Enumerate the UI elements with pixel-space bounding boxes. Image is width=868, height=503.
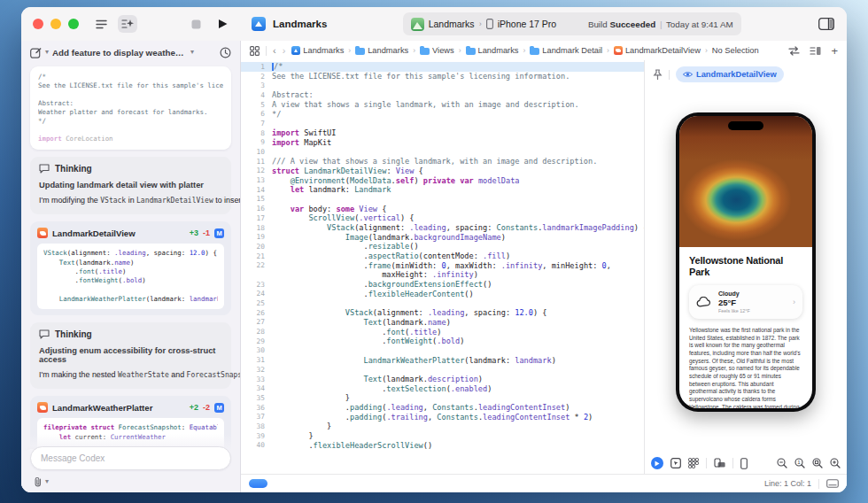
scheme-selector[interactable]: Landmarks › iPhone 17 Pro Build Succeede… [403, 12, 741, 35]
selectable-preview-icon[interactable] [670, 458, 681, 468]
code-line[interactable]: 26 VStack(alignment: .leading, spacing: … [241, 308, 644, 318]
code-line[interactable]: 39 } [241, 431, 644, 441]
minimize-window-button[interactable] [50, 19, 61, 29]
code-line[interactable]: 19 Image(landmark.backgroundImageName) [241, 232, 644, 242]
code-line[interactable]: 3 [241, 81, 644, 90]
pin-icon[interactable] [653, 69, 663, 81]
back-button[interactable]: ‹ [273, 45, 276, 56]
code-line[interactable]: 13 @Environment(ModelData.self) private … [241, 175, 644, 185]
breadcrumb-item[interactable]: Landmark Detail [530, 46, 602, 55]
code-line[interactable]: 32 [241, 365, 644, 375]
code-line[interactable]: 4Abstract: [241, 90, 644, 100]
code-line[interactable]: 38 } [241, 422, 644, 431]
source-editor[interactable]: 1/*2See the LICENSE.txt file for this sa… [241, 60, 644, 474]
stop-button[interactable] [186, 15, 205, 33]
zoom-window-button[interactable] [68, 19, 79, 29]
editor-panel-toggle-icon[interactable] [817, 15, 836, 33]
chevron-down-icon[interactable]: ▾ [45, 478, 49, 485]
code-line[interactable]: 22 .frame(minWidth: 0, maxWidth: .infini… [241, 260, 644, 270]
text-token: : [386, 166, 395, 175]
code-line[interactable]: 17 ScrollView(.vertical) { [241, 213, 644, 223]
code-line[interactable]: 37 .padding(.trailing, Constants.leading… [241, 412, 644, 422]
iphone-preview[interactable]: Yellowstone National Park Cloudy 25°F Fe… [676, 112, 816, 412]
code-line[interactable]: 35 } [241, 393, 644, 403]
code-line[interactable]: 1/* [241, 62, 644, 72]
breadcrumb-item[interactable]: LandmarkDetailView [614, 46, 701, 55]
breadcrumb-item[interactable]: No Selection [712, 46, 759, 55]
zoom-in-icon[interactable] [830, 458, 841, 468]
code-line[interactable]: 8import SwiftUI [241, 128, 644, 138]
code-line[interactable]: 28 .font(.title) [241, 327, 644, 337]
code-line[interactable]: 30 [241, 346, 644, 356]
code-line[interactable]: 16 var body: some View { [241, 204, 644, 213]
text-token: padding [350, 413, 382, 422]
scheme-app-label[interactable]: Landmarks [429, 19, 475, 29]
code-line[interactable]: 34 .textSelection(.enabled) [241, 383, 644, 393]
code-line[interactable]: 36 .padding(.leading, Constants.leadingC… [241, 403, 644, 413]
chevron-down-icon[interactable]: ▾ [45, 49, 49, 56]
text-token: ModelData [350, 176, 391, 185]
code-line[interactable]: 33 Text(landmark.description) [241, 375, 644, 384]
code-line[interactable]: 31 LandmarkWeatherPlatter(landmark: land… [241, 355, 644, 365]
code-line[interactable]: 14 let landmark: Landmark [241, 185, 644, 195]
breadcrumb-item[interactable]: Landmarks [466, 46, 519, 55]
file-change-card[interactable]: LandmarkDetailView +3 -1 M VStack(alignm… [30, 221, 231, 315]
new-conversation-icon[interactable] [30, 47, 42, 58]
code-line[interactable]: 15 [241, 195, 644, 205]
breadcrumb-item[interactable]: Landmarks [355, 46, 408, 55]
device-selector-icon[interactable] [740, 458, 748, 469]
text-token: Landmark [354, 185, 391, 194]
thinking-header: Thinking [39, 329, 222, 339]
keyboard-display-icon[interactable] [826, 479, 839, 488]
code-line[interactable]: 23 .backgroundExtensionEffect() [241, 280, 644, 290]
add-editor-button[interactable]: + [831, 44, 838, 58]
run-button[interactable] [213, 15, 232, 33]
code-line[interactable]: 27 Text(landmark.name) [241, 318, 644, 328]
close-window-button[interactable] [33, 19, 43, 29]
message-input[interactable] [30, 446, 231, 470]
code-line[interactable]: 12struct LandmarkDetailView: View { [241, 166, 644, 176]
code-line[interactable]: 20 .resizable() [241, 242, 644, 252]
paperclip-icon[interactable] [34, 476, 43, 487]
zoom-out-icon[interactable] [777, 458, 787, 468]
code-line[interactable]: 2See the LICENSE.txt file for this sampl… [241, 72, 644, 81]
assistant-compose-icon[interactable] [118, 15, 137, 33]
code-line[interactable]: 40 .flexibleHeaderScrollView() [241, 441, 644, 451]
code-line[interactable]: 10 [241, 147, 644, 157]
history-clock-icon[interactable] [220, 47, 231, 58]
zoom-fit-icon[interactable] [812, 458, 823, 468]
code-line[interactable]: 24 .flexibleHeaderContent() [241, 290, 644, 299]
code-line[interactable]: 21 .aspectRatio(contentMode: .fill) [241, 252, 644, 261]
weather-platter[interactable]: Cloudy 25°F Feels like 12°F › [689, 285, 802, 319]
code-line[interactable]: 25 [241, 298, 644, 308]
code-line[interactable]: 29 .fontWeight(.bold) [241, 337, 644, 346]
line-column-indicator[interactable]: Line: 1 Col: 1 [764, 479, 811, 488]
chevron-down-icon[interactable]: ▾ [190, 49, 194, 56]
code-line[interactable]: 11/// A view that shows a single landmar… [241, 157, 644, 166]
code-line[interactable]: 18 VStack(alignment: .leading, spacing: … [241, 223, 644, 233]
session-title[interactable]: Add feature to display weather at landma… [52, 48, 187, 58]
thinking-card[interactable]: Thinking Updating landmark detail view w… [30, 157, 231, 214]
preview-target-pill[interactable]: LandmarkDetailView [676, 66, 784, 82]
code-line[interactable]: maxHeight: .infinity) [241, 270, 644, 280]
scheme-device-label[interactable]: iPhone 17 Pro [498, 19, 557, 29]
forward-button[interactable]: › [283, 45, 286, 56]
code-line[interactable]: 6*/ [241, 109, 644, 119]
live-preview-play-button[interactable] [651, 457, 663, 469]
orientation-icon[interactable] [714, 458, 725, 468]
code-line[interactable]: 7 [241, 119, 644, 128]
code-line[interactable]: 5A view that shows a single landmark, wi… [241, 100, 644, 110]
breadcrumb-item[interactable]: Views [420, 46, 454, 55]
breadcrumb-item[interactable]: Landmarks [291, 46, 344, 55]
editor-swap-icon[interactable] [788, 46, 800, 56]
text-token: ) [460, 337, 464, 345]
tag-capsule[interactable] [249, 479, 267, 488]
inspector-toggle-icon[interactable] [810, 46, 821, 56]
zoom-actual-size-icon[interactable]: 1 [794, 458, 805, 468]
code-line[interactable]: 9import MapKit [241, 138, 644, 148]
related-items-icon[interactable] [250, 46, 260, 56]
thinking-card[interactable]: Thinking Adjusting enum accessibility fo… [30, 322, 231, 389]
device-grid-icon[interactable] [688, 458, 699, 468]
build-status[interactable]: Build Succeeded | Today at 9:41 AM [588, 19, 733, 29]
assistant-list-icon[interactable] [91, 15, 111, 33]
